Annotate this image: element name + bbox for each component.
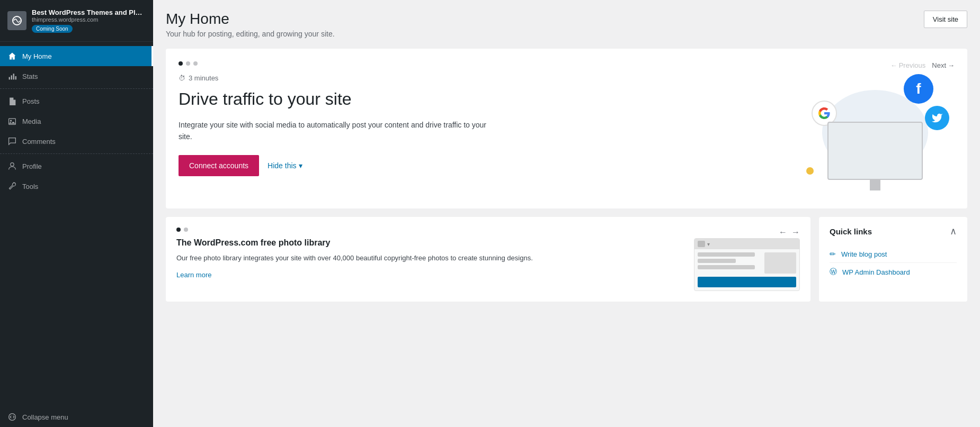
quick-links-title: Quick links [830, 227, 872, 236]
prev-label: Previous [899, 61, 926, 69]
time-badge: ⏱ 3 minutes [179, 74, 783, 82]
wp-icon: Ⓦ [830, 267, 837, 277]
card-content: ⏱ 3 minutes Drive traffic to your site I… [179, 74, 955, 196]
quick-links-header: Quick links ∧ [830, 225, 957, 237]
sidebar-item-comments[interactable]: Comments [0, 131, 153, 151]
pli-row-3 [698, 265, 755, 269]
pli-chevron: ▾ [707, 241, 710, 247]
small-card-dots [176, 228, 800, 232]
small-dot-decoration [806, 167, 814, 175]
right-arrow-icon: → [948, 61, 955, 69]
stats-icon [7, 71, 17, 81]
photo-card-text: The WordPress.com free photo library Our… [176, 238, 685, 291]
photo-lib-illustration: ▾ [694, 238, 800, 291]
small-dot-1 [176, 228, 181, 232]
svg-rect-4 [15, 76, 16, 79]
connect-accounts-button[interactable]: Connect accounts [179, 155, 259, 176]
photo-lib-inner: ▾ [694, 238, 800, 291]
pli-header: ▾ [694, 239, 799, 249]
monitor-stand [870, 180, 880, 190]
photo-library-card: ← → The WordPress.com free photo library… [166, 217, 810, 302]
card-description: Integrate your site with social media to… [179, 119, 496, 143]
photo-card-content: The WordPress.com free photo library Our… [176, 238, 800, 291]
sidebar-label-my-home: My Home [22, 52, 52, 60]
site-url: thimpress.wordpress.com [32, 16, 146, 23]
pencil-icon: ✏ [830, 250, 836, 258]
visit-site-button[interactable]: Visit site [924, 11, 967, 28]
card-text: ⏱ 3 minutes Drive traffic to your site I… [179, 74, 783, 196]
tools-icon [7, 181, 17, 191]
nav-divider [0, 88, 153, 89]
next-label: Next [932, 61, 946, 69]
photo-card-title: The WordPress.com free photo library [176, 238, 685, 248]
dot-2 [186, 61, 190, 66]
svg-rect-2 [11, 75, 12, 79]
small-next-button[interactable]: → [791, 228, 800, 237]
site-icon [7, 11, 26, 30]
site-header: Best WordPress Themes and PlugIns thimpr… [0, 0, 153, 42]
page-subtitle: Your hub for posting, editing, and growi… [166, 30, 335, 38]
small-card-nav: ← → [779, 228, 800, 237]
small-prev-button[interactable]: ← [779, 228, 787, 237]
sidebar-label-stats: Stats [22, 72, 38, 80]
chevron-down-icon: ▾ [299, 161, 302, 170]
site-name: Best WordPress Themes and PlugIns [32, 8, 146, 16]
home-icon [7, 51, 17, 61]
sidebar-label-comments: Comments [22, 138, 56, 146]
pli-text-col [698, 252, 761, 274]
site-info: Best WordPress Themes and PlugIns thimpr… [32, 8, 146, 33]
nav-divider-2 [0, 153, 153, 154]
svg-point-8 [10, 120, 12, 122]
sidebar-item-tools[interactable]: Tools [0, 176, 153, 196]
posts-icon [7, 96, 17, 106]
collapse-icon [7, 412, 17, 422]
learn-more-link[interactable]: Learn more [176, 271, 211, 279]
hide-this-label: Hide this [268, 161, 296, 170]
page-title-group: My Home Your hub for posting, editing, a… [166, 11, 335, 38]
quick-link-write-label: Write blog post [841, 250, 887, 258]
pli-bottom-bar [698, 277, 796, 287]
sidebar-item-stats[interactable]: Stats [0, 66, 153, 86]
main-feature-card: ← Previous Next → ⏱ 3 minutes Drive traf… [166, 49, 967, 208]
card-navigation: ← Previous Next → [890, 61, 955, 69]
sidebar-item-profile[interactable]: Profile [0, 156, 153, 176]
quick-link-wp-admin[interactable]: Ⓦ WP Admin Dashboard [830, 263, 957, 281]
time-label: 3 minutes [189, 74, 218, 82]
next-button[interactable]: Next → [932, 61, 955, 69]
facebook-icon: f [904, 74, 933, 104]
card-illustration: f [796, 74, 955, 196]
media-icon [7, 116, 17, 126]
svg-rect-3 [13, 74, 14, 79]
pli-icon [698, 241, 705, 247]
quick-links-panel: Quick links ∧ ✏ Write blog post Ⓦ WP Adm… [819, 217, 967, 302]
coming-soon-badge[interactable]: Coming Soon [32, 25, 73, 33]
sidebar-item-media[interactable]: Media [0, 111, 153, 131]
sidebar: Best WordPress Themes and PlugIns thimpr… [0, 0, 153, 427]
profile-icon [7, 161, 17, 171]
dot-3 [193, 61, 198, 66]
twitter-icon [925, 106, 949, 130]
card-actions: Connect accounts Hide this ▾ [179, 155, 783, 176]
dot-1 [179, 61, 183, 66]
sidebar-item-my-home[interactable]: My Home [0, 46, 153, 66]
page-header: My Home Your hub for posting, editing, a… [166, 11, 967, 38]
main-content: My Home Your hub for posting, editing, a… [153, 0, 980, 427]
card-dots [179, 61, 955, 66]
pli-row-2 [698, 259, 736, 263]
sidebar-item-posts[interactable]: Posts [0, 91, 153, 111]
clock-icon: ⏱ [179, 74, 185, 82]
collapse-label: Collapse menu [22, 413, 68, 421]
quick-link-admin-label: WP Admin Dashboard [842, 268, 910, 276]
small-dot-2 [184, 228, 188, 232]
sidebar-label-tools: Tools [22, 183, 38, 190]
sidebar-label-posts: Posts [22, 97, 40, 105]
collapse-menu-button[interactable]: Collapse menu [0, 407, 153, 427]
prev-button[interactable]: ← Previous [890, 61, 926, 69]
quick-link-write-post[interactable]: ✏ Write blog post [830, 246, 957, 263]
hide-this-button[interactable]: Hide this ▾ [268, 161, 302, 170]
monitor-illustration [827, 122, 923, 190]
pli-body [694, 249, 799, 277]
nav-menu: My Home Stats Posts Media [0, 42, 153, 407]
comments-icon [7, 137, 17, 146]
chevron-up-icon: ∧ [950, 225, 957, 237]
